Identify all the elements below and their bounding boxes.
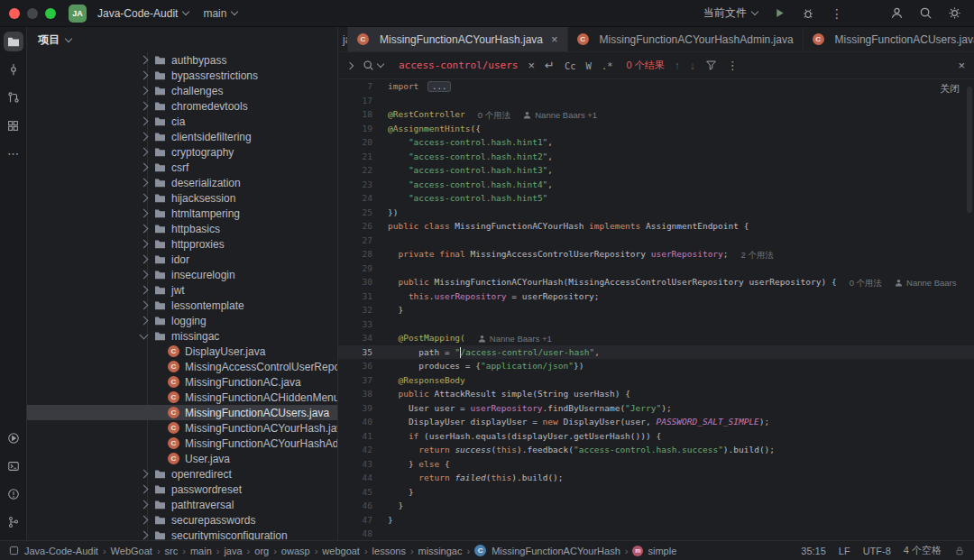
tree-item-folder[interactable]: passwordreset (27, 482, 337, 497)
close-window-button[interactable] (9, 8, 20, 19)
chevron-right-icon[interactable] (140, 87, 149, 96)
chevron-right-icon[interactable] (140, 500, 149, 510)
tab-missing-function-ac-your-hash[interactable]: C MissingFunctionACYourHash.java × (348, 27, 568, 51)
code-line[interactable]: 43 } else { (338, 457, 974, 472)
chevron-right-icon[interactable] (140, 209, 149, 218)
readonly-lock-icon[interactable] (954, 546, 965, 556)
file-encoding[interactable]: UTF-8 (863, 546, 891, 556)
project-tree[interactable]: authbypassbypassrestrictionschallengesch… (27, 52, 337, 540)
tree-item-folder[interactable]: csrf (27, 160, 337, 175)
tab-missing-function-ac-users[interactable]: C MissingFunctionACUsers.java (804, 27, 974, 51)
breadcrumb-item[interactable]: Java-Code-Audit (9, 546, 98, 556)
debug-button[interactable] (797, 3, 819, 24)
whole-words-toggle[interactable]: W (586, 60, 592, 71)
project-tool-window-button[interactable] (4, 32, 23, 51)
indent-setting[interactable]: 4 个空格 (904, 544, 942, 557)
clear-search-icon[interactable]: × (528, 59, 535, 72)
close-find-bar-icon[interactable]: × (958, 59, 965, 72)
code-line[interactable]: 29 (338, 262, 974, 276)
newline-icon[interactable]: ↵ (545, 59, 555, 72)
breadcrumb-item[interactable]: owasp (281, 546, 310, 556)
code-line[interactable]: 26public class MissingFunctionACYourHash… (338, 219, 974, 234)
commit-tool-window-button[interactable] (4, 60, 23, 79)
breadcrumb-item[interactable]: org (254, 546, 269, 556)
usages-hint[interactable]: 2 个用法 (741, 248, 774, 262)
tree-item-folder[interactable]: bypassrestrictions (27, 68, 337, 83)
code-line[interactable]: 40 DisplayUser displayUser = new Display… (338, 415, 974, 429)
code-line[interactable]: 47} (338, 513, 974, 528)
problems-tool-window-button[interactable] (4, 484, 23, 504)
breadcrumb-item[interactable]: webgoat (322, 546, 360, 556)
tree-item-file[interactable]: CMissingAccessControlUserRepository.java (27, 359, 337, 374)
breadcrumb-item[interactable]: msimple (632, 546, 676, 556)
chevron-right-icon[interactable] (140, 56, 149, 65)
chevron-right-icon[interactable] (140, 301, 149, 310)
author-hint[interactable]: Nanne Baars (895, 276, 956, 290)
tree-item-file[interactable]: CMissingFunctionACHiddenMenus.java (27, 390, 337, 405)
code-line[interactable]: 42 return success(this).feedback("access… (338, 443, 974, 457)
code-line[interactable]: 23 "access-control.hash.hint4", (338, 178, 974, 192)
tree-item-file[interactable]: CMissingFunctionACUsers.java (27, 405, 337, 420)
close-banner-link[interactable]: 关闭 (940, 82, 960, 96)
breadcrumb-item[interactable]: lessons (372, 546, 406, 556)
chevron-right-icon[interactable] (140, 240, 149, 249)
tree-item-folder[interactable]: insecurelogin (27, 267, 337, 282)
code-line[interactable]: 21 "access-control.hash.hint2", (338, 150, 974, 164)
chevron-right-icon[interactable] (140, 531, 149, 540)
tree-item-folder[interactable]: missingac (27, 328, 337, 344)
pull-requests-tool-window-button[interactable] (4, 87, 23, 107)
chevron-right-icon[interactable] (140, 317, 149, 326)
usages-hint[interactable]: 0 个用法 (850, 276, 882, 290)
filter-icon[interactable] (705, 60, 717, 71)
code-line[interactable]: 28 private final MissingAccessControlUse… (338, 247, 974, 262)
settings-gear-icon[interactable] (943, 3, 965, 24)
chevron-right-icon[interactable] (140, 194, 149, 203)
code-line[interactable]: 37 @ResponseBody (338, 373, 974, 388)
code-line[interactable]: 20 "access-control.hash.hint1", (338, 135, 974, 150)
tree-item-folder[interactable]: jwt (27, 282, 337, 298)
chevron-right-icon[interactable] (140, 163, 149, 172)
tree-item-folder[interactable]: logging (27, 313, 337, 328)
line-separator[interactable]: LF (839, 546, 850, 556)
tree-item-file[interactable]: CMissingFunctionACYourHashAdmin.java (27, 436, 337, 451)
code-line[interactable]: 35 path = "/access-control/user-hash", (338, 345, 974, 360)
breadcrumb-item[interactable]: src (165, 546, 179, 556)
tree-item-folder[interactable]: htmltampering (27, 206, 337, 221)
tree-item-folder[interactable]: challenges (27, 83, 337, 98)
search-input[interactable]: access-control/users (399, 60, 518, 71)
code-line[interactable]: 34 @PostMapping(Nanne Baars +1 (338, 331, 974, 345)
previous-occurrence-button[interactable]: ↑ (675, 60, 680, 72)
breadcrumb-item[interactable]: main (190, 546, 212, 556)
branch-selector[interactable]: main (199, 5, 241, 23)
toggle-replace-icon[interactable] (346, 61, 354, 69)
tree-item-file[interactable]: CUser.java (27, 451, 337, 466)
tree-item-folder[interactable]: cryptography (27, 144, 337, 160)
tree-item-folder[interactable]: lessontemplate (27, 298, 337, 313)
code-line[interactable]: 36 produces = {"application/json"}) (338, 359, 974, 373)
run-button[interactable] (768, 3, 790, 24)
chevron-right-icon[interactable] (140, 102, 149, 111)
profile-button[interactable] (886, 3, 907, 24)
breadcrumb-item[interactable]: java (224, 546, 242, 556)
chevron-right-icon[interactable] (140, 179, 149, 188)
author-hint[interactable]: Nanne Baars +1 (523, 108, 597, 123)
chevron-down-icon[interactable] (140, 330, 149, 339)
code-line[interactable]: 48 (338, 527, 974, 540)
code-line[interactable]: 39 User user = userRepository.findByUser… (338, 401, 974, 416)
code-line[interactable]: 41 if (userHash.equals(displayUser.getUs… (338, 429, 974, 444)
code-line[interactable]: 38 public AttackResult simple(String use… (338, 387, 974, 401)
tree-item-folder[interactable]: hijacksession (27, 190, 337, 206)
code-line[interactable]: 44 return failed(this).build(); (338, 471, 974, 485)
code-line[interactable]: 30 public MissingFunctionACYourHash(Miss… (338, 275, 974, 289)
tree-item-folder[interactable]: pathtraversal (27, 497, 337, 512)
code-line[interactable]: 31 this.userRepository = userRepository; (338, 289, 974, 304)
breadcrumb-item[interactable]: CMissingFunctionACYourHash (474, 545, 620, 556)
match-case-toggle[interactable]: Cc (565, 60, 576, 71)
next-occurrence-button[interactable]: ↓ (690, 60, 695, 72)
chevron-right-icon[interactable] (140, 255, 149, 264)
tree-item-folder[interactable]: openredirect (27, 466, 337, 482)
code-line[interactable]: 24 "access-control.hash.hint5" (338, 191, 974, 206)
editor-scrollbar[interactable] (967, 87, 972, 213)
chevron-right-icon[interactable] (140, 117, 149, 126)
code-line[interactable]: 33 (338, 317, 974, 332)
